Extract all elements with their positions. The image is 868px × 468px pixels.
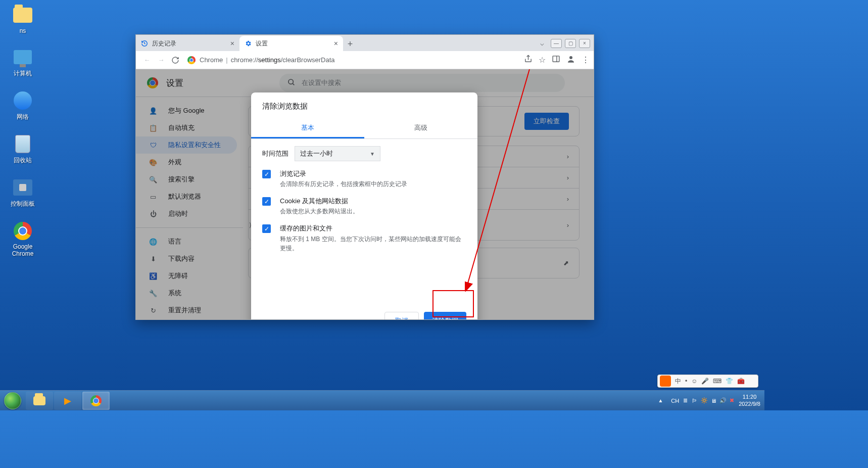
svg-rect-1	[553, 56, 559, 62]
minimize-button[interactable]: —	[551, 39, 562, 48]
settings-page: 设置 在设置中搜索 👤您与 Google 📋自动填充 🛡隐私设置和安全性 🎨外观…	[136, 69, 594, 319]
start-button[interactable]	[0, 391, 25, 411]
ime-mic-icon[interactable]: 🎤	[701, 378, 709, 385]
windows-orb-icon	[4, 392, 21, 409]
ime-skin-icon[interactable]: 👕	[726, 378, 733, 385]
network-icon[interactable]: 🖥	[711, 398, 716, 404]
menu-icon[interactable]: ⋮	[582, 55, 590, 65]
tab-close-icon[interactable]: ×	[334, 39, 338, 48]
ime-lang[interactable]: 中	[675, 377, 681, 386]
bookmark-icon[interactable]: ☆	[539, 55, 546, 65]
option-title: 浏览记录	[280, 169, 407, 178]
ime-toolbox-icon[interactable]: 🧰	[737, 378, 745, 385]
browser-toolbar: ← → Chrome | chrome://settings/clearBrow…	[136, 51, 594, 69]
dialog-tabs: 基本 高级	[251, 117, 477, 139]
checkbox-cookies[interactable]: ✓	[262, 197, 271, 206]
time-range-label: 时间范围	[262, 149, 288, 158]
tab-close-icon[interactable]: ×	[230, 39, 234, 48]
taskbar-clock[interactable]: 11:20 2022/9/8	[739, 394, 760, 407]
tab-history[interactable]: 历史记录 ×	[136, 36, 239, 51]
side-panel-icon[interactable]	[552, 55, 560, 65]
tray-icon[interactable]: 🔆	[701, 397, 708, 404]
ime-keyboard-icon[interactable]: ⌨	[713, 378, 721, 385]
history-icon	[141, 40, 148, 47]
window-controls: ⌵ — ▢ ×	[535, 37, 594, 51]
ime-indicator[interactable]: CH	[671, 398, 679, 404]
dialog-tab-basic[interactable]: 基本	[251, 117, 364, 138]
taskbar-explorer[interactable]	[26, 392, 53, 410]
tab-settings[interactable]: 设置 ×	[239, 36, 343, 51]
share-icon[interactable]	[524, 55, 533, 65]
url-gray: chrome://	[231, 56, 258, 64]
svg-point-3	[569, 56, 572, 59]
desktop-icon-recycle-bin[interactable]: 回收站	[5, 134, 40, 165]
clock-date: 2022/9/8	[739, 401, 760, 407]
option-cookies: ✓ Cookie 及其他网站数据 会致使您从大多数网站退出。	[262, 197, 466, 216]
new-tab-button[interactable]: +	[343, 37, 357, 51]
forward-button[interactable]: →	[154, 53, 168, 67]
url-hl: settings	[258, 56, 281, 64]
desktop-label: Google Chrome	[5, 243, 40, 257]
taskbar: ▶ ▲ CH ≣ 🏳 🔆 🖥 🔊 ✖ 11:20 2022/9/8	[0, 390, 764, 410]
ime-locale-icon[interactable]: ≣	[683, 397, 688, 404]
desktop-icon-control-panel[interactable]: 控制面板	[5, 177, 40, 208]
volume-icon[interactable]: 🔊	[719, 397, 727, 404]
desktop-icon-network[interactable]: 网络	[5, 90, 40, 121]
sogou-logo-icon	[660, 376, 671, 387]
time-range-value: 过去一小时	[300, 149, 333, 158]
dialog-tab-advanced[interactable]: 高级	[364, 117, 477, 138]
option-cache: ✓ 缓存的图片和文件 释放不到 1 MB 空间。当您下次访问时，某些网站的加载速…	[262, 224, 466, 252]
desktop-label: 回收站	[5, 156, 40, 165]
desktop-label: 网络	[5, 113, 40, 121]
reload-button[interactable]	[168, 53, 182, 67]
tab-strip: 历史记录 × 设置 × + ⌵ — ▢ ×	[136, 35, 594, 51]
desktop-label: 计算机	[5, 69, 40, 78]
maximize-button[interactable]: ▢	[565, 39, 576, 48]
tab-label: 历史记录	[152, 39, 176, 48]
option-browsing-history: ✓ 浏览记录 会清除所有历史记录，包括搜索框中的历史记录	[262, 169, 466, 189]
clear-data-button[interactable]: 清除数据	[424, 312, 466, 319]
show-hidden-icons[interactable]: ▲	[658, 398, 663, 403]
close-button[interactable]: ×	[579, 39, 590, 48]
desktop-icon-ns[interactable]: ns	[5, 5, 40, 34]
desktop-label: 控制面板	[5, 200, 40, 208]
desktop: ns 计算机 网络 回收站 控制面板 Google Chrome	[5, 5, 40, 270]
taskbar-media-player[interactable]: ▶	[54, 392, 81, 410]
ime-floating-toolbar[interactable]: 中 • ☺ 🎤 ⌨ 👕 🧰	[657, 375, 758, 388]
option-desc: 会致使您从大多数网站退出。	[280, 207, 359, 216]
clock-time: 11:20	[739, 394, 760, 400]
cancel-button[interactable]: 取消	[384, 312, 419, 319]
ime-punct[interactable]: •	[685, 378, 687, 385]
taskbar-chrome[interactable]	[82, 392, 110, 410]
ime-emoji-icon[interactable]: ☺	[691, 378, 697, 385]
option-title: 缓存的图片和文件	[280, 224, 466, 233]
address-bar[interactable]: Chrome | chrome://settings/clearBrowserD…	[187, 56, 335, 64]
toolbar-right: ☆ ⋮	[524, 55, 590, 66]
desktop-label: ns	[5, 27, 40, 34]
system-tray: ▲ CH ≣ 🏳 🔆 🖥 🔊 ✖ 11:20 2022/9/8	[658, 394, 764, 407]
profile-icon[interactable]	[566, 55, 575, 66]
chrome-window: 历史记录 × 设置 × + ⌵ — ▢ × ← → Chrome | chrom…	[135, 34, 594, 320]
tabs-dropdown-icon[interactable]: ⌵	[535, 37, 549, 49]
time-range-select[interactable]: 过去一小时 ▼	[295, 146, 380, 161]
option-desc: 会清除所有历史记录，包括搜索框中的历史记录	[280, 179, 407, 189]
chevron-down-icon: ▼	[370, 151, 375, 157]
option-desc: 释放不到 1 MB 空间。当您下次访问时，某些网站的加载速度可能会更慢。	[280, 235, 466, 253]
desktop-icon-chrome[interactable]: Google Chrome	[5, 221, 40, 257]
back-button[interactable]: ←	[140, 53, 154, 67]
chrome-icon	[187, 56, 196, 64]
clear-browsing-data-dialog: 清除浏览数据 基本 高级 时间范围 过去一小时 ▼ ✓ 浏览记录 会清	[251, 92, 477, 319]
checkbox-browsing-history[interactable]: ✓	[262, 170, 271, 178]
dialog-title: 清除浏览数据	[251, 92, 477, 117]
tray-generic-icon[interactable]: ✖	[730, 397, 734, 404]
checkbox-cache[interactable]: ✓	[262, 224, 271, 233]
url-tail: /clearBrowserData	[281, 56, 335, 64]
address-label: Chrome	[200, 56, 223, 64]
tab-label: 设置	[256, 39, 268, 48]
action-center-icon[interactable]: 🏳	[692, 398, 697, 404]
desktop-icon-computer[interactable]: 计算机	[5, 47, 40, 78]
option-title: Cookie 及其他网站数据	[280, 197, 359, 206]
settings-icon	[245, 40, 252, 47]
